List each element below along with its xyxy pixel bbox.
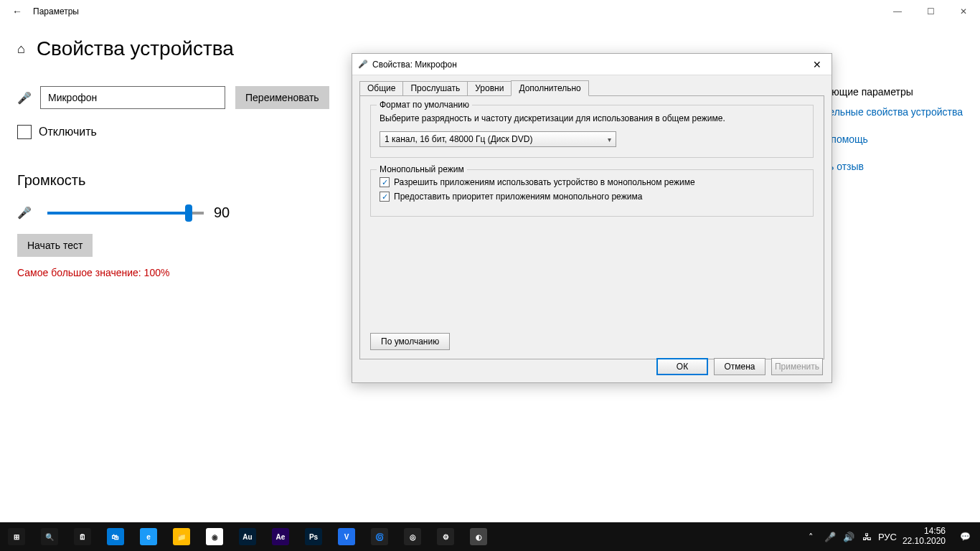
checkbox-label: Разрешить приложениям использовать устро… — [394, 177, 695, 187]
taskbar: ⊞🔍🗓🛍e📁◉AuAePsV🌀◎⚙◐ ˄ 🎤 🔊 🖧 РУС 14:56 22.… — [0, 522, 980, 551]
app-icon: 🛍 — [107, 528, 124, 545]
app-icon: 🔍 — [41, 528, 58, 545]
group-description: Выберите разрядность и частоту дискретиз… — [380, 113, 804, 124]
close-button[interactable]: ✕ — [947, 0, 980, 23]
action-center-icon[interactable]: 💬 — [954, 532, 976, 542]
settings-titlebar: ← Параметры — [0, 0, 980, 23]
taskbar-app[interactable]: ◐ — [462, 522, 495, 551]
app-icon: ◎ — [404, 528, 421, 545]
disable-row[interactable]: Отключить — [17, 125, 354, 139]
taskbar-app[interactable]: Ps — [297, 522, 330, 551]
app-icon: Ps — [305, 528, 322, 545]
app-icon: 🗓 — [74, 528, 91, 545]
exclusive-mode-group: Монопольный режим ✓ Разрешить приложения… — [370, 169, 814, 217]
slider-thumb[interactable] — [185, 204, 192, 222]
device-name-row: 🎤 Переименовать — [17, 86, 354, 109]
format-combobox[interactable]: 1 канал, 16 бит, 48000 Гц (Диск DVD) ▾ — [380, 131, 616, 147]
app-icon: Ae — [272, 528, 289, 545]
taskbar-app[interactable]: ◎ — [396, 522, 429, 551]
app-icon: Au — [239, 528, 256, 545]
page-header: ⌂ Свойства устройства — [17, 37, 354, 60]
taskbar-app[interactable]: V — [330, 522, 363, 551]
window-controls: — ☐ ✕ — [881, 0, 980, 23]
page-title: Свойства устройства — [37, 37, 234, 60]
dialog-body: Общие Прослушать Уровни Дополнительно Фо… — [352, 75, 831, 359]
app-icon: V — [338, 528, 355, 545]
volume-value: 90 — [214, 204, 230, 221]
volume-heading: Громкость — [17, 172, 354, 189]
tab-levels[interactable]: Уровни — [467, 81, 512, 97]
taskbar-app[interactable]: Ae — [264, 522, 297, 551]
ok-button[interactable]: ОК — [656, 358, 708, 375]
tray-microphone-icon[interactable]: 🎤 — [822, 532, 838, 542]
settings-title: Параметры — [33, 6, 79, 17]
chevron-down-icon: ▾ — [608, 136, 611, 143]
taskbar-app[interactable]: e — [132, 522, 165, 551]
taskbar-app[interactable]: 🛍 — [99, 522, 132, 551]
cancel-button[interactable]: Отмена — [714, 358, 765, 375]
taskbar-app[interactable]: 🌀 — [363, 522, 396, 551]
maximize-button[interactable]: ☐ — [914, 0, 947, 23]
volume-row: 🎤 90 — [17, 204, 354, 221]
tray-network-icon[interactable]: 🖧 — [859, 532, 875, 542]
system-tray: ˄ 🎤 🔊 🖧 РУС 14:56 22.10.2020 💬 — [804, 527, 980, 547]
microphone-icon: 🎤 — [358, 60, 368, 69]
tray-volume-icon[interactable]: 🔊 — [841, 532, 857, 542]
exclusive-allow-row[interactable]: ✓ Разрешить приложениям использовать уст… — [380, 177, 804, 187]
tab-advanced[interactable]: Дополнительно — [511, 80, 588, 96]
dialog-title: Свойства: Микрофон — [372, 60, 457, 70]
minimize-button[interactable]: — — [881, 0, 914, 23]
tray-language[interactable]: РУС — [878, 532, 894, 542]
app-icon: ⊞ — [8, 528, 25, 545]
dialog-close-button[interactable]: ✕ — [803, 54, 831, 75]
home-icon[interactable]: ⌂ — [17, 42, 25, 57]
taskbar-app[interactable]: 📁 — [165, 522, 198, 551]
settings-left-col: ⌂ Свойства устройства 🎤 Переименовать От… — [17, 37, 354, 278]
volume-slider[interactable] — [47, 212, 188, 215]
tray-time: 14:56 — [903, 527, 946, 537]
tray-clock[interactable]: 14:56 22.10.2020 — [897, 527, 951, 547]
group-legend: Монопольный режим — [377, 164, 467, 174]
tab-panel-advanced: Формат по умолчанию Выберите разрядность… — [359, 95, 824, 359]
checkbox-exclusive-priority[interactable]: ✓ — [380, 192, 390, 202]
app-icon: 📁 — [173, 528, 190, 545]
tab-listen[interactable]: Прослушать — [402, 81, 468, 97]
taskbar-app[interactable]: Au — [231, 522, 264, 551]
taskbar-apps: ⊞🔍🗓🛍e📁◉AuAePsV🌀◎⚙◐ — [0, 522, 495, 551]
app-icon: ◐ — [470, 528, 487, 545]
taskbar-app[interactable]: ⚙ — [429, 522, 462, 551]
dialog-titlebar[interactable]: 🎤 Свойства: Микрофон ✕ — [352, 54, 831, 75]
exclusive-priority-row[interactable]: ✓ Предоставить приоритет приложениям мон… — [380, 192, 804, 202]
disable-label: Отключить — [39, 126, 97, 138]
combo-value: 1 канал, 16 бит, 48000 Гц (Диск DVD) — [385, 134, 532, 144]
taskbar-app[interactable]: 🔍 — [33, 522, 66, 551]
back-icon[interactable]: ← — [6, 6, 29, 17]
app-icon: e — [140, 528, 157, 545]
group-legend: Формат по умолчанию — [377, 100, 472, 110]
taskbar-app[interactable]: ⊞ — [0, 522, 33, 551]
disable-checkbox[interactable] — [17, 125, 32, 139]
tab-strip: Общие Прослушать Уровни Дополнительно — [359, 80, 824, 95]
app-icon: 🌀 — [371, 528, 388, 545]
microphone-icon: 🎤 — [17, 206, 30, 220]
restore-defaults-button[interactable]: По умолчанию — [370, 333, 450, 350]
tray-chevron-icon[interactable]: ˄ — [804, 532, 819, 542]
app-icon: ◉ — [206, 528, 223, 545]
checkbox-label: Предоставить приоритет приложениям моноп… — [394, 192, 642, 202]
max-value-status: Самое большое значение: 100% — [17, 267, 354, 278]
taskbar-app[interactable]: ◉ — [198, 522, 231, 551]
app-icon: ⚙ — [437, 528, 454, 545]
microphone-properties-dialog: 🎤 Свойства: Микрофон ✕ Общие Прослушать … — [352, 53, 832, 383]
microphone-icon: 🎤 — [17, 91, 30, 105]
default-format-group: Формат по умолчанию Выберите разрядность… — [370, 105, 814, 158]
tab-general[interactable]: Общие — [359, 81, 403, 97]
rename-button[interactable]: Переименовать — [235, 86, 329, 109]
taskbar-app[interactable]: 🗓 — [66, 522, 99, 551]
dialog-footer: ОК Отмена Применить — [656, 358, 823, 375]
start-test-button[interactable]: Начать тест — [17, 234, 93, 257]
apply-button: Применить — [771, 358, 823, 375]
tray-date: 22.10.2020 — [903, 537, 946, 547]
device-name-input[interactable] — [40, 86, 225, 109]
checkbox-allow-exclusive[interactable]: ✓ — [380, 177, 390, 187]
